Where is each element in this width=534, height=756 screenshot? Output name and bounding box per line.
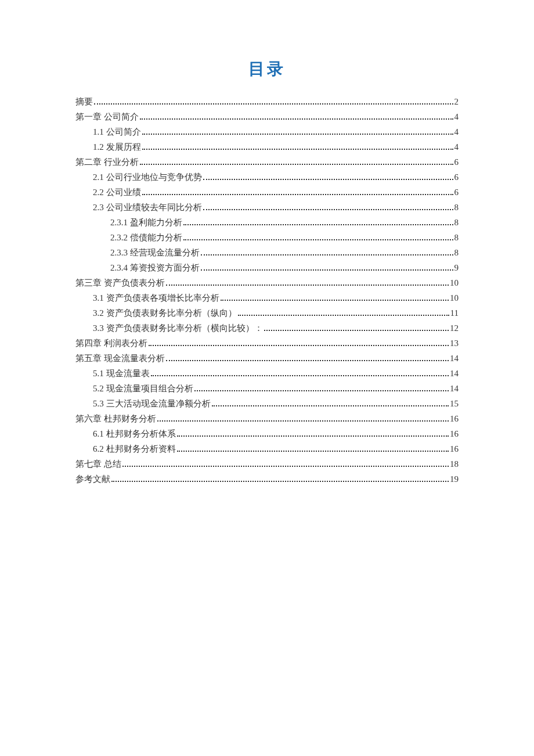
toc-leader-dots <box>142 194 453 195</box>
toc-entry[interactable]: 3.2 资产负债表财务比率分析（纵向）11 <box>75 306 459 320</box>
toc-entry-label: 摘要 <box>75 95 93 109</box>
toc-entry[interactable]: 第四章 利润表分析13 <box>75 336 459 350</box>
toc-entry-page: 6 <box>454 170 459 184</box>
toc-entry[interactable]: 第六章 杜邦财务分析16 <box>75 412 459 426</box>
toc-leader-dots <box>183 224 453 225</box>
toc-entry[interactable]: 2.2 公司业绩6 <box>75 185 459 199</box>
toc-entry-label: 2.3.2 偿债能力分析 <box>110 231 182 244</box>
toc-entry[interactable]: 3.3 资产负债表财务比率分析（横向比较）：12 <box>75 321 459 335</box>
toc-entry-label: 2.3.4 筹资投资方面分析 <box>110 261 200 275</box>
toc-leader-dots <box>111 481 449 482</box>
toc-entry-page: 18 <box>450 457 459 471</box>
toc-entry-label: 第一章 公司简介 <box>75 110 139 124</box>
toc-entry[interactable]: 1.2 发展历程4 <box>75 140 459 154</box>
toc-entry-page: 4 <box>454 110 459 124</box>
toc-leader-dots <box>157 420 449 422</box>
toc-entry-label: 参考文献 <box>75 472 110 486</box>
toc-entry-page: 4 <box>454 125 459 139</box>
toc-entry-page: 10 <box>450 291 459 305</box>
toc-entry-label: 5.1 现金流量表 <box>93 366 150 380</box>
toc-entry[interactable]: 参考文献19 <box>75 472 459 486</box>
toc-entry-label: 2.3 公司业绩较去年同比分析 <box>93 200 202 214</box>
toc-entry-page: 8 <box>454 246 459 260</box>
toc-leader-dots <box>203 209 453 210</box>
toc-entry-label: 1.1 公司简介 <box>93 125 141 139</box>
toc-entry-page: 4 <box>454 140 459 154</box>
toc-entry-page: 8 <box>454 200 459 214</box>
toc-entry[interactable]: 5.1 现金流量表14 <box>75 366 459 380</box>
toc-entry[interactable]: 2.3.4 筹资投资方面分析9 <box>75 261 459 275</box>
toc-entry[interactable]: 5.3 三大活动现金流量净额分析15 <box>75 397 459 411</box>
toc-entry-page: 14 <box>450 366 459 380</box>
toc-leader-dots <box>201 269 453 271</box>
toc-entry-page: 8 <box>454 215 459 229</box>
toc-entry[interactable]: 5.2 现金流量项目组合分析14 <box>75 381 459 395</box>
toc-leader-dots <box>212 405 449 406</box>
toc-entry-page: 15 <box>450 397 459 411</box>
toc-list: 摘要2第一章 公司简介41.1 公司简介41.2 发展历程4第二章 行业分析62… <box>75 95 459 486</box>
toc-entry-label: 6.1 杜邦财务分析体系 <box>93 427 176 441</box>
toc-leader-dots <box>140 164 453 165</box>
toc-entry-label: 3.1 资产负债表各项增长比率分析 <box>93 291 219 305</box>
toc-entry-label: 5.2 现金流量项目组合分析 <box>93 381 193 395</box>
toc-entry-page: 2 <box>454 95 459 109</box>
toc-entry[interactable]: 第二章 行业分析6 <box>75 155 459 169</box>
toc-leader-dots <box>183 239 453 240</box>
toc-entry[interactable]: 第五章 现金流量表分析14 <box>75 351 459 365</box>
toc-entry-label: 3.3 资产负债表财务比率分析（横向比较）： <box>93 321 263 335</box>
toc-entry-page: 16 <box>450 442 459 456</box>
toc-entry-label: 6.2 杜邦财务分析资料 <box>93 442 176 456</box>
toc-entry[interactable]: 第三章 资产负债表分析10 <box>75 276 459 290</box>
toc-entry-label: 第六章 杜邦财务分析 <box>75 412 156 426</box>
toc-entry[interactable]: 6.1 杜邦财务分析体系16 <box>75 427 459 441</box>
toc-entry[interactable]: 第七章 总结18 <box>75 457 459 471</box>
toc-leader-dots <box>142 134 453 135</box>
toc-leader-dots <box>238 315 449 316</box>
toc-leader-dots <box>140 118 453 120</box>
toc-title: 目录 <box>75 58 459 80</box>
toc-entry-label: 5.3 三大活动现金流量净额分析 <box>93 397 211 411</box>
toc-leader-dots <box>149 345 449 346</box>
toc-entry-page: 12 <box>450 321 459 335</box>
toc-leader-dots <box>221 300 449 301</box>
toc-leader-dots <box>151 375 449 376</box>
toc-entry-page: 11 <box>450 306 459 320</box>
toc-entry-label: 第三章 资产负债表分析 <box>75 276 165 290</box>
toc-entry-label: 2.3.1 盈利能力分析 <box>110 215 182 229</box>
toc-entry-page: 10 <box>450 276 459 290</box>
toc-leader-dots <box>177 451 449 452</box>
toc-entry[interactable]: 2.3.3 经营现金流量分析8 <box>75 246 459 260</box>
toc-entry-page: 6 <box>454 185 459 199</box>
toc-entry[interactable]: 2.3 公司业绩较去年同比分析8 <box>75 200 459 214</box>
toc-entry[interactable]: 2.3.2 偿债能力分析8 <box>75 231 459 244</box>
toc-entry-label: 2.1 公司行业地位与竞争优势 <box>93 170 202 184</box>
toc-entry-page: 16 <box>450 427 459 441</box>
toc-leader-dots <box>194 390 449 391</box>
toc-entry-label: 2.2 公司业绩 <box>93 185 141 199</box>
toc-entry-page: 9 <box>454 261 459 275</box>
toc-leader-dots <box>122 466 449 467</box>
toc-entry-label: 1.2 发展历程 <box>93 140 141 154</box>
toc-entry-label: 第四章 利润表分析 <box>75 336 147 350</box>
toc-leader-dots <box>166 285 449 286</box>
toc-leader-dots <box>166 360 449 361</box>
toc-leader-dots <box>203 179 453 180</box>
toc-entry-label: 2.3.3 经营现金流量分析 <box>110 246 200 260</box>
toc-entry[interactable]: 6.2 杜邦财务分析资料16 <box>75 442 459 456</box>
toc-leader-dots <box>177 435 449 437</box>
toc-entry[interactable]: 摘要2 <box>75 95 459 109</box>
toc-leader-dots <box>142 149 453 150</box>
toc-entry-label: 3.2 资产负债表财务比率分析（纵向） <box>93 306 237 320</box>
toc-entry[interactable]: 2.3.1 盈利能力分析8 <box>75 215 459 229</box>
toc-entry-label: 第二章 行业分析 <box>75 155 139 169</box>
toc-entry-page: 6 <box>454 155 459 169</box>
toc-entry-label: 第五章 现金流量表分析 <box>75 351 165 365</box>
toc-entry[interactable]: 2.1 公司行业地位与竞争优势6 <box>75 170 459 184</box>
toc-entry-label: 第七章 总结 <box>75 457 121 471</box>
toc-entry-page: 19 <box>450 472 459 486</box>
toc-leader-dots <box>264 330 449 331</box>
toc-entry[interactable]: 3.1 资产负债表各项增长比率分析10 <box>75 291 459 305</box>
toc-entry[interactable]: 第一章 公司简介4 <box>75 110 459 124</box>
toc-entry-page: 14 <box>450 351 459 365</box>
toc-entry[interactable]: 1.1 公司简介4 <box>75 125 459 139</box>
